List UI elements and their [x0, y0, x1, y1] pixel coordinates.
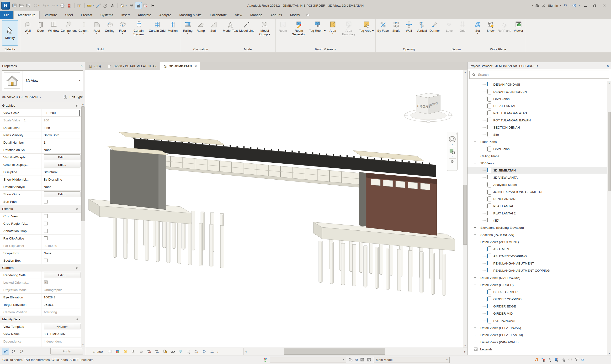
property-checkbox-locked-orientat[interactable]: ✓ [44, 281, 48, 284]
apply-button[interactable]: Apply [50, 348, 83, 354]
browser-item-abutment[interactable]: ABUTMENT [467, 246, 607, 253]
exclude-options-icon[interactable] [541, 357, 546, 362]
pan-icon[interactable] [450, 160, 454, 163]
qat-ruler-icon[interactable] [86, 2, 93, 9]
help-caret-icon[interactable]: ▾ [579, 4, 580, 7]
browser-item-penulangan-abutment[interactable]: PENULANGAN ABUTMENT [467, 260, 607, 267]
navbar-close-icon[interactable] [454, 133, 457, 135]
help-icon[interactable] [572, 3, 576, 8]
vcb-analytical-toggle-icon[interactable] [193, 349, 200, 354]
view-tab-close-icon[interactable]: ✕ [195, 65, 197, 68]
property-checkbox-section-box[interactable] [44, 259, 48, 262]
properties-close-icon[interactable]: ✕ [80, 64, 83, 68]
ribbon-button-vertical[interactable]: Vertical [415, 20, 428, 47]
property-value-parts-visibility[interactable]: Show Both [44, 133, 59, 137]
ribbon-button-railing[interactable]: Railing▾ [181, 20, 194, 47]
property-value-camera-position[interactable]: Adjusting [44, 310, 57, 314]
property-value-far-clip-offset[interactable]: 304800.0 [44, 244, 57, 247]
ribbon-tab-annotate[interactable]: Annotate [134, 11, 155, 19]
drawing-area[interactable]: FRONT RIGHT ▾ ▾ ▲ ▼ [85, 70, 467, 348]
browser-item-detail-views-abutment[interactable]: −Detail Views (ABUTMENT) [467, 238, 607, 246]
browser-item-section-denah[interactable]: SECTION DENAH [467, 124, 607, 131]
qat-undo-caret-icon[interactable]: ▾ [48, 4, 50, 7]
qat-redo-caret-icon[interactable]: ▾ [57, 4, 59, 7]
ribbon-button-wall[interactable]: Wall [402, 20, 415, 47]
browser-item-level-jalan[interactable]: Level Jalan [467, 95, 607, 102]
ribbon-tab-analyze[interactable]: Analyze [155, 11, 175, 19]
vcb-sun-path-icon[interactable] [122, 349, 129, 354]
browser-item-floor-plans[interactable]: −Floor Plans [467, 138, 607, 145]
qat-sync-caret-icon[interactable]: ▾ [39, 4, 41, 7]
ribbon-button-component[interactable]: Component▾ [60, 20, 77, 47]
zoom-caret-icon[interactable]: ▾ [452, 155, 453, 157]
vcb-locked-3d-icon[interactable] [162, 349, 168, 354]
ribbon-display-toggle-icon[interactable] [306, 11, 311, 19]
collapse-icon[interactable]: − [473, 240, 477, 244]
vcb-temp-hide-icon[interactable] [170, 349, 176, 354]
ribbon-button-shaft[interactable]: Shaft [389, 20, 402, 47]
browser-item-penulangan[interactable]: PENULANGAN [467, 195, 607, 203]
ribbon-button-window[interactable]: Window [47, 20, 60, 47]
expand-icon[interactable]: + [473, 333, 477, 337]
ribbon-tab-systems[interactable]: Systems [96, 11, 117, 19]
browser-item-abutment-copping[interactable]: ABUTMENT-COPPING [467, 253, 607, 260]
ribbon-tab-steel[interactable]: Steel [61, 11, 77, 19]
ribbon-button-wall[interactable]: Wall▾ [21, 20, 34, 47]
browser-item-3d[interactable]: {3D} [467, 217, 607, 224]
properties-scrollbar[interactable]: ▲ ▼ [81, 102, 85, 347]
app-store-icon[interactable] [563, 3, 568, 8]
browser-item-pot-tulangan-bawah[interactable]: POT TULANGAN BAWAH [467, 117, 607, 124]
sort-ascending-button[interactable]: AZ [10, 348, 17, 354]
editable-only-icon[interactable] [348, 357, 353, 362]
browser-item-3d-view-lantai[interactable]: 3D VIEW LANTAI [467, 174, 607, 181]
browser-item-analytical-model[interactable]: Analytical Model [467, 181, 607, 188]
property-value-detail-number[interactable]: 1 [44, 141, 46, 144]
ribbon-button-dormer[interactable]: Dormer [428, 20, 441, 47]
qat-home-caret-icon[interactable]: ▾ [126, 4, 128, 7]
property-value-scale-value-1[interactable]: 200 [44, 118, 49, 122]
panel-label-select[interactable]: Select ▾ [0, 47, 20, 52]
qat-open-icon[interactable] [18, 2, 25, 9]
revit-logo[interactable]: R [1, 2, 10, 10]
instance-label[interactable]: 3D View: 3D JEMBATAN [2, 95, 38, 99]
browser-item-detail-views-wingwall[interactable]: +Detail Views (WINGWALL) [467, 338, 607, 346]
ribbon-button-room-separator[interactable]: Room Separator [289, 20, 309, 47]
ribbon-tab-architecture[interactable]: Architecture [14, 11, 40, 19]
vcb-collapse-icon[interactable]: ‹ [217, 350, 218, 354]
qat-section-icon[interactable] [128, 2, 135, 9]
vcb-constraints-icon[interactable] [209, 349, 215, 354]
property-button-rendering-setti[interactable]: Edit... [44, 272, 81, 278]
property-button-show-grids[interactable]: Edit... [44, 191, 81, 197]
ribbon-tab-add-ins[interactable]: Add-Ins [266, 11, 286, 19]
sort-custom-button[interactable] [2, 348, 9, 354]
workset-display-icon[interactable] [367, 357, 371, 362]
ribbon-button-by-face[interactable]: By Face [377, 20, 389, 47]
property-checkbox-annotation-crop[interactable] [44, 229, 48, 233]
active-workset-field[interactable]: Main Model▾ [374, 357, 449, 363]
qat-save-icon[interactable] [25, 2, 31, 9]
steering-wheel-icon[interactable] [448, 135, 456, 143]
browser-item-legends[interactable]: Legends [467, 346, 607, 353]
browser-item-detail-girder[interactable]: DETAIL GIRDER [467, 288, 607, 296]
browser-item-detail-views-pelat-injak[interactable]: +Detail Views (PELAT INJAK) [467, 324, 607, 331]
property-value-scope-box[interactable]: None [44, 251, 51, 255]
browser-item-detail-views-girder[interactable]: −Detail Views (GIRDER) [467, 281, 607, 288]
ribbon-button-viewer[interactable]: Viewer [512, 20, 525, 47]
property-checkbox-crop-view[interactable] [44, 214, 48, 218]
property-value-default-analysi[interactable]: None [44, 185, 51, 189]
view-tab-3d[interactable]: {3D} [85, 62, 104, 70]
vcb-displacement-icon[interactable] [201, 349, 207, 354]
qat-export-icon[interactable] [66, 2, 73, 9]
ribbon-tab-view[interactable]: View [231, 11, 246, 19]
browser-item-pelat-lantai[interactable]: PELAT LANTAI [467, 102, 607, 109]
vcb-visual-style-icon[interactable] [115, 349, 121, 354]
ribbon-tab-modify[interactable]: Modify [286, 11, 304, 19]
property-value-view-name[interactable]: 3D JEMBATAN [44, 332, 66, 336]
qat-more-icon[interactable] [149, 2, 155, 9]
property-section-extents[interactable]: Extents [0, 205, 81, 212]
browser-item-pot-pondasi[interactable]: POT PONDASI [467, 317, 607, 324]
ribbon-button-curtain-system[interactable]: Curtain System [129, 20, 148, 47]
drag-elements-icon[interactable] [561, 357, 566, 362]
vcb-temp-props-icon[interactable] [186, 349, 192, 354]
ribbon-tab-structure[interactable]: Structure [39, 11, 61, 19]
